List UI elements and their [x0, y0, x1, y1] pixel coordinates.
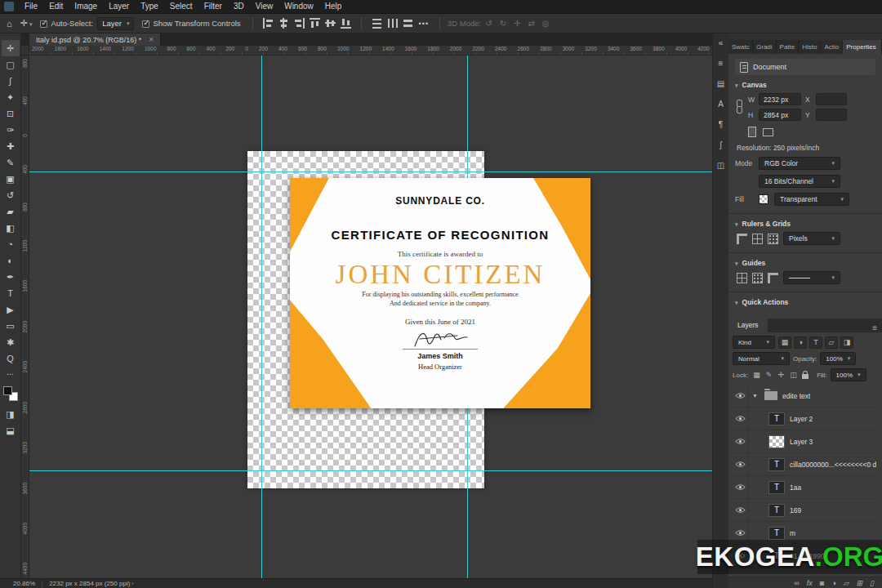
- toggle-pixel-grid-icon[interactable]: [768, 234, 778, 244]
- lock-transparent-pixels-icon[interactable]: ▦: [751, 370, 762, 381]
- filter-shape-layers-icon[interactable]: ▱: [825, 336, 838, 349]
- ruler-units-dropdown[interactable]: Pixels: [783, 232, 840, 245]
- quick-selection-tool[interactable]: ✦: [2, 89, 20, 105]
- layer-row[interactable]: ▼ Layer 3: [733, 430, 878, 453]
- type-tool[interactable]: T: [2, 285, 20, 301]
- filter-type-layers-icon[interactable]: T: [809, 336, 822, 349]
- layer-visibility-cell[interactable]: [733, 430, 749, 452]
- link-dimensions-icon[interactable]: [737, 100, 742, 113]
- gradient-tool[interactable]: ◧: [2, 220, 20, 236]
- toggle-rulers-icon[interactable]: [737, 234, 747, 244]
- filter-adjustment-layers-icon[interactable]: ◑: [794, 336, 807, 349]
- lock-image-pixels-icon[interactable]: ✎: [764, 370, 774, 381]
- lock-all-icon[interactable]: [802, 374, 808, 379]
- libraries-panel-icon[interactable]: ▤: [715, 77, 728, 90]
- layer-thumbnail[interactable]: [768, 458, 785, 471]
- menu-item[interactable]: Select: [164, 0, 198, 13]
- menu-item[interactable]: Layer: [103, 0, 135, 13]
- group-expand-caret-icon[interactable]: ▼: [752, 393, 758, 399]
- layer-row[interactable]: ▼ cilla0000000...<<<<<<<<0 d: [733, 453, 878, 476]
- panel-tab[interactable]: Swatc: [728, 40, 753, 54]
- guide-style-dropdown[interactable]: [783, 271, 840, 284]
- screen-mode-icon[interactable]: ⬓: [2, 422, 20, 439]
- pen-tool[interactable]: ✒: [2, 269, 20, 285]
- toggle-guides-icon[interactable]: [737, 273, 747, 283]
- home-icon[interactable]: ⌂: [7, 19, 12, 29]
- color-mode-dropdown[interactable]: RGB Color: [759, 157, 840, 170]
- blend-mode-dropdown[interactable]: Normal: [733, 352, 790, 365]
- layer-visibility-cell[interactable]: [733, 385, 749, 407]
- layers-tab[interactable]: Layers: [728, 318, 768, 332]
- layer-visibility-cell[interactable]: [733, 499, 749, 521]
- roll-3d-icon[interactable]: ↻: [500, 19, 506, 28]
- scale-3d-icon[interactable]: ◎: [542, 19, 550, 28]
- layer-visibility-cell[interactable]: [733, 453, 749, 475]
- edit-toolbar-icon[interactable]: ⋯: [7, 370, 14, 378]
- auto-select-dropdown[interactable]: Layer: [97, 17, 134, 30]
- align-more-options-icon[interactable]: •••: [419, 20, 429, 28]
- layer-filter-kind-dropdown[interactable]: Kind: [733, 336, 775, 349]
- clone-stamp-tool[interactable]: ▣: [2, 171, 20, 187]
- expand-panels-icon[interactable]: «: [715, 36, 728, 49]
- layer-group-icon[interactable]: ▱: [844, 579, 849, 587]
- move-tool[interactable]: ✛: [2, 40, 20, 56]
- menu-item[interactable]: Help: [319, 0, 348, 13]
- lock-position-icon[interactable]: ✛: [776, 370, 786, 381]
- menu-item[interactable]: Image: [69, 0, 103, 13]
- blur-tool[interactable]: ◔: [2, 236, 20, 252]
- slide-3d-icon[interactable]: ⇄: [528, 19, 534, 28]
- toggle-smart-guides-icon[interactable]: [752, 273, 763, 283]
- layer-thumbnail[interactable]: [768, 527, 785, 540]
- zoom-tool[interactable]: Q: [2, 350, 20, 367]
- paragraph-panel-icon[interactable]: ¶: [715, 118, 728, 131]
- brush-tool[interactable]: ✎: [2, 154, 20, 171]
- layer-thumbnail[interactable]: [768, 504, 785, 517]
- distribute-spacing-icon[interactable]: [403, 18, 413, 29]
- clone-source-panel-icon[interactable]: ◫: [715, 158, 728, 172]
- color-swatches[interactable]: [3, 386, 18, 401]
- layer-row[interactable]: ▼ edite text: [733, 385, 878, 408]
- layer-row[interactable]: ▼ 169: [733, 499, 878, 522]
- guides-section-header[interactable]: Guides: [735, 259, 875, 267]
- menu-item[interactable]: File: [19, 0, 43, 13]
- menu-item[interactable]: 3D: [228, 0, 250, 13]
- eraser-tool[interactable]: ▰: [2, 203, 20, 220]
- history-brush-tool[interactable]: ↺: [2, 187, 20, 203]
- guide-horizontal[interactable]: [29, 172, 712, 172]
- guide-horizontal[interactable]: [29, 470, 712, 471]
- foreground-color-swatch[interactable]: [3, 386, 12, 395]
- opacity-dropdown[interactable]: 100%: [820, 352, 856, 365]
- orbit-3d-icon[interactable]: ↺: [485, 19, 492, 28]
- spot-healing-tool[interactable]: ✚: [2, 138, 20, 154]
- zoom-level-field[interactable]: 20.86%: [13, 580, 35, 587]
- layer-row[interactable]: ▼ Layer 2: [733, 408, 878, 430]
- layer-mask-icon[interactable]: ◙: [820, 579, 824, 587]
- adjustment-layer-icon[interactable]: ◑: [831, 579, 835, 587]
- menu-item[interactable]: Filter: [198, 0, 228, 13]
- align-center-vertical-icon[interactable]: [325, 18, 336, 29]
- menu-item[interactable]: Edit: [43, 0, 69, 13]
- drag-3d-icon[interactable]: ✛: [514, 19, 520, 28]
- layer-thumbnail[interactable]: [764, 391, 777, 400]
- bit-depth-dropdown[interactable]: 16 Bits/Channel: [759, 175, 840, 188]
- panel-tab[interactable]: Patte: [777, 40, 800, 54]
- panel-tab[interactable]: Histo: [799, 40, 821, 54]
- layer-visibility-cell[interactable]: [733, 408, 749, 430]
- landscape-orientation-icon[interactable]: [763, 128, 773, 136]
- filter-pixel-layers-icon[interactable]: ▦: [778, 336, 791, 349]
- height-field[interactable]: 2854 px: [759, 109, 801, 121]
- path-selection-tool[interactable]: ▶: [2, 301, 20, 318]
- toggle-grid-icon[interactable]: [752, 234, 763, 244]
- panel-tab[interactable]: Actio: [821, 40, 843, 54]
- lock-guides-icon[interactable]: [768, 273, 778, 283]
- canvas-section-header[interactable]: Canvas: [735, 81, 875, 89]
- menu-item[interactable]: Window: [278, 0, 319, 13]
- panel-tab[interactable]: Properties: [843, 40, 882, 54]
- menu-item[interactable]: Type: [135, 0, 164, 13]
- align-bottom-icon[interactable]: [341, 18, 351, 29]
- glyphs-panel-icon[interactable]: ʃ: [715, 138, 728, 151]
- guide-vertical[interactable]: [261, 56, 262, 578]
- align-right-icon[interactable]: [294, 18, 305, 29]
- align-center-horizontal-icon[interactable]: [278, 18, 289, 29]
- align-top-icon[interactable]: [310, 18, 320, 29]
